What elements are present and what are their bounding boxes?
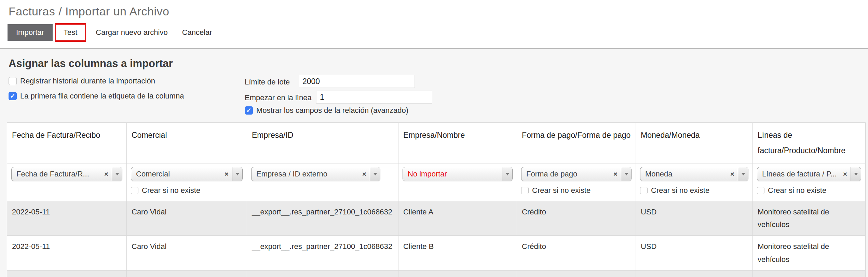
create-if-not-exists-option[interactable]: Crear si no existe <box>521 186 632 195</box>
cell-comercial: Caro Vidal <box>127 236 247 271</box>
create-if-not-exists-option[interactable]: Crear si no existe <box>131 186 243 195</box>
cell-moneda: USD <box>636 201 753 236</box>
cell-moneda: USD <box>636 271 753 277</box>
create-if-not-exists-label: Crear si no existe <box>532 186 591 195</box>
field-select-value: Empresa / ID externo <box>252 170 362 179</box>
cell-comercial: Nacho Rosas <box>127 271 247 277</box>
column-header: Forma de pago/Forma de pago <box>517 123 636 163</box>
field-select-value: Fecha de Factura/R... <box>12 170 104 179</box>
checkbox-checked-icon[interactable] <box>245 106 253 115</box>
field-select-moneda[interactable]: Moneda × <box>640 167 748 181</box>
mapping-cell: No importar <box>398 163 517 201</box>
mapping-cell: Empresa / ID externo × <box>247 163 398 201</box>
field-select-value: Líneas de factura / P... <box>757 170 842 179</box>
column-header: Empresa/Nombre <box>398 123 517 163</box>
field-select-empresa-id[interactable]: Empresa / ID externo × <box>251 167 380 181</box>
field-select-comercial[interactable]: Comercial × <box>131 167 243 181</box>
field-select-forma-pago[interactable]: Forma de pago × <box>521 167 632 181</box>
show-relational-option[interactable]: Mostrar los campos de la relación (avanz… <box>245 106 408 115</box>
table-header-row: Fecha de Factura/Recibo Comercial Empres… <box>7 123 866 163</box>
column-header: Líneas de factura/Producto/Nombre <box>753 123 866 163</box>
checkbox-unchecked-icon[interactable] <box>640 187 648 194</box>
checkbox-checked-icon[interactable] <box>9 92 17 100</box>
checkbox-unchecked-icon[interactable] <box>757 187 764 194</box>
track-history-label: Registrar historial durante la importaci… <box>20 77 155 85</box>
checkbox-unchecked-icon[interactable] <box>9 77 17 85</box>
mapping-cell: Forma de pago × Crear si no existe <box>517 163 636 201</box>
create-if-not-exists-label: Crear si no existe <box>651 186 709 195</box>
cell-producto: Monitoreo satelital de vehículos <box>753 236 866 271</box>
cell-producto: Monitoreo satelital de vehículos <box>753 271 866 277</box>
load-new-file-button[interactable]: Cargar nuevo archivo <box>96 28 167 37</box>
table-row: 2022-05-11 Caro Vidal __export__.res_par… <box>7 236 866 271</box>
cell-comercial: Caro Vidal <box>127 201 247 236</box>
clear-field-icon[interactable]: × <box>224 170 232 178</box>
chevron-down-icon[interactable] <box>232 167 242 181</box>
column-header: Fecha de Factura/Recibo <box>7 123 127 163</box>
import-button[interactable]: Importar <box>8 24 53 41</box>
clear-field-icon[interactable]: × <box>104 170 112 178</box>
field-select-value: Comercial <box>131 170 224 179</box>
chevron-down-icon[interactable] <box>502 167 512 181</box>
field-select-fecha[interactable]: Fecha de Factura/R... × <box>11 167 122 181</box>
section-title: Asignar las columnas a importar <box>9 57 173 70</box>
start-line-input[interactable] <box>316 91 432 104</box>
batch-limit-label: Límite de lote <box>245 78 290 87</box>
chevron-down-icon[interactable] <box>851 167 861 181</box>
cell-producto: Monitoreo satelital de vehículos <box>753 201 866 236</box>
field-select-value: Moneda <box>640 170 730 179</box>
cell-fecha: 2022-05-11 <box>7 236 127 271</box>
chevron-down-icon[interactable] <box>738 167 748 181</box>
cell-fecha: 2022-05-11 <box>7 201 127 236</box>
import-preview-table: Fecha de Factura/Recibo Comercial Empres… <box>7 122 866 277</box>
cell-forma-pago: Crédito <box>517 201 636 236</box>
chevron-down-icon[interactable] <box>621 167 631 181</box>
mapping-cell: Fecha de Factura/R... × <box>7 163 127 201</box>
cell-empresa-nombre: Cliente A <box>398 201 517 236</box>
cell-empresa-nombre: Cliente B <box>398 236 517 271</box>
column-header: Comercial <box>127 123 247 163</box>
track-history-option[interactable]: Registrar historial durante la importaci… <box>9 77 155 85</box>
first-row-header-label: La primera fila contiene la etiqueta de … <box>20 92 184 101</box>
field-select-value: No importar <box>403 170 502 179</box>
cell-empresa-id: __export__.res_partner_27100_1c068632 <box>247 271 398 277</box>
checkbox-unchecked-icon[interactable] <box>131 187 138 194</box>
annotation-highlight-box: Test <box>55 23 86 42</box>
cancel-button[interactable]: Cancelar <box>182 28 212 37</box>
column-header: Moneda/Moneda <box>636 123 753 163</box>
column-header: Empresa/ID <box>247 123 398 163</box>
cell-fecha: 2022-05-11 <box>7 271 127 277</box>
clear-field-icon[interactable]: × <box>842 170 851 178</box>
first-row-header-option[interactable]: La primera fila contiene la etiqueta de … <box>9 92 184 101</box>
create-if-not-exists-label: Crear si no existe <box>768 186 826 195</box>
mapping-cell: Moneda × Crear si no existe <box>636 163 753 201</box>
table-row: 2022-05-11 Caro Vidal __export__.res_par… <box>7 201 866 236</box>
table-row: 2022-05-11 Nacho Rosas __export__.res_pa… <box>7 271 866 277</box>
start-line-label: Empezar en la línea <box>245 93 312 102</box>
field-select-lineas[interactable]: Líneas de factura / P... × <box>757 167 861 181</box>
breadcrumb-title: Facturas / Importar un Archivo <box>9 5 169 18</box>
toolbar: Importar Test Cargar nuevo archivo Cance… <box>8 23 212 42</box>
cell-forma-pago: Crédito <box>517 271 636 277</box>
create-if-not-exists-option[interactable]: Crear si no existe <box>757 186 861 195</box>
clear-field-icon[interactable]: × <box>730 170 738 178</box>
cell-empresa-id: __export__.res_partner_27100_1c068632 <box>247 201 398 236</box>
create-if-not-exists-label: Crear si no existe <box>142 186 200 195</box>
batch-limit-input[interactable] <box>299 75 415 88</box>
field-mapping-row: Fecha de Factura/R... × Comercial × Crea… <box>7 163 866 201</box>
cell-moneda: USD <box>636 236 753 271</box>
checkbox-unchecked-icon[interactable] <box>521 187 529 194</box>
clear-field-icon[interactable]: × <box>613 170 621 178</box>
mapping-cell: Líneas de factura / P... × Crear si no e… <box>753 163 866 201</box>
chevron-down-icon[interactable] <box>112 167 122 181</box>
mapping-cell: Comercial × Crear si no existe <box>127 163 247 201</box>
clear-field-icon[interactable]: × <box>362 170 370 178</box>
chevron-down-icon[interactable] <box>370 167 380 181</box>
cell-empresa-id: __export__.res_partner_27100_1c068632 <box>247 236 398 271</box>
create-if-not-exists-option[interactable]: Crear si no existe <box>640 186 748 195</box>
test-button[interactable]: Test <box>56 25 85 40</box>
show-relational-label: Mostrar los campos de la relación (avanz… <box>256 106 408 115</box>
field-select-no-import[interactable]: No importar <box>403 167 513 181</box>
field-select-value: Forma de pago <box>521 170 613 179</box>
cell-forma-pago: Crédito <box>517 236 636 271</box>
